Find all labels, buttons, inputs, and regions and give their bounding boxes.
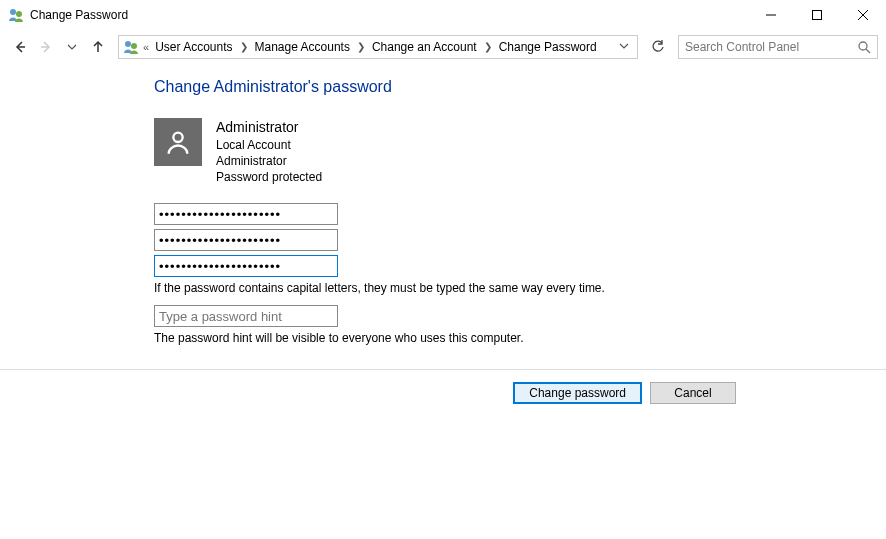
close-button[interactable] [840,0,886,30]
navigation-row: « User Accounts❯ Manage Accounts❯ Change… [0,30,886,64]
breadcrumb-item[interactable]: Manage Accounts❯ [251,36,368,58]
capital-letters-note: If the password contains capital letters… [154,281,886,295]
chevron-right-icon[interactable]: ❯ [481,41,495,52]
current-password-input[interactable] [154,203,338,225]
change-password-button[interactable]: Change password [513,382,642,404]
svg-point-10 [131,43,137,49]
cancel-button[interactable]: Cancel [650,382,736,404]
svg-rect-3 [813,11,822,20]
account-info: Administrator Local Account Administrato… [216,118,322,185]
breadcrumb-item[interactable]: User Accounts❯ [151,36,250,58]
confirm-password-input[interactable] [154,255,338,277]
titlebar: Change Password [0,0,886,30]
hint-visibility-note: The password hint will be visible to eve… [154,331,886,345]
account-role: Administrator [216,153,322,169]
breadcrumb-item[interactable]: Change Password [495,36,601,58]
window-title: Change Password [30,8,128,22]
maximize-button[interactable] [794,0,840,30]
breadcrumb-item[interactable]: Change an Account❯ [368,36,495,58]
recent-locations-button[interactable] [60,35,84,59]
avatar [154,118,202,166]
svg-point-9 [125,41,131,47]
svg-line-12 [866,49,870,53]
search-placeholder: Search Control Panel [685,40,857,54]
user-accounts-icon [123,39,139,55]
content-area: Change Administrator's password Administ… [0,64,886,345]
account-type: Local Account [216,137,322,153]
svg-point-1 [16,11,22,17]
chevron-right-icon[interactable]: ❯ [237,41,251,52]
address-dropdown-button[interactable] [615,40,633,54]
password-fields: If the password contains capital letters… [154,203,886,345]
user-accounts-icon [8,7,24,23]
account-status: Password protected [216,169,322,185]
chevron-right-icon[interactable]: ❯ [354,41,368,52]
chevron-left-icon[interactable]: « [141,41,151,53]
account-summary: Administrator Local Account Administrato… [154,118,886,185]
password-hint-input[interactable] [154,305,338,327]
up-button[interactable] [86,35,110,59]
person-icon [164,128,192,156]
search-input[interactable]: Search Control Panel [678,35,878,59]
address-bar[interactable]: « User Accounts❯ Manage Accounts❯ Change… [118,35,638,59]
svg-point-0 [10,9,16,15]
search-icon [857,40,871,54]
back-button[interactable] [8,35,32,59]
account-name: Administrator [216,118,322,137]
forward-button[interactable] [34,35,58,59]
svg-point-11 [859,42,867,50]
page-heading: Change Administrator's password [154,78,886,96]
refresh-button[interactable] [646,35,670,59]
new-password-input[interactable] [154,229,338,251]
minimize-button[interactable] [748,0,794,30]
button-bar: Change password Cancel [0,369,886,404]
svg-point-13 [173,133,182,142]
